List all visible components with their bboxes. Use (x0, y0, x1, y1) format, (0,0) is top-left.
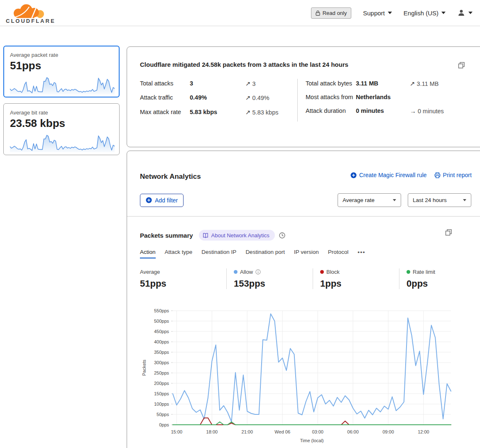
metric-card-bit-rate[interactable]: Average bit rate 23.58 kbps (3, 103, 120, 155)
stat-label: Max attack rate (140, 107, 190, 117)
stat-label: Total attacks (140, 79, 190, 88)
stat-value: 0 minutes (356, 106, 410, 116)
plus-circle-icon (350, 172, 357, 178)
legend-value: 51pps (140, 278, 222, 289)
legend-rate-limit[interactable]: Rate limit 0pps (399, 268, 480, 289)
language-label: English (US) (404, 10, 438, 17)
legend-label: Rate limit (413, 269, 435, 275)
stat-value: 0.49% (190, 93, 245, 102)
stat-delta: 5.83 kbps (252, 109, 279, 116)
account-menu[interactable] (457, 9, 473, 17)
stat-label: Attack traffic (140, 93, 190, 102)
block-series-dot (320, 270, 324, 274)
legend-block[interactable]: Block 1pps (313, 268, 399, 289)
svg-text:Time (local): Time (local) (300, 438, 323, 443)
book-icon (203, 233, 208, 238)
info-icon[interactable] (255, 269, 261, 275)
svg-text:200pps: 200pps (154, 381, 169, 386)
dimension-tabs: Action Attack type Destination IP Destin… (140, 249, 480, 258)
svg-text:21:00: 21:00 (242, 429, 253, 434)
svg-text:Packets: Packets (142, 359, 147, 376)
attack-summary-panel: Cloudflare mitigated 24.58k packets from… (127, 46, 480, 147)
metric-card-packet-rate[interactable]: Average packet rate 51pps (3, 46, 120, 97)
svg-text:12:00: 12:00 (418, 429, 429, 434)
stat-value: 3 (190, 79, 245, 88)
summary-stat-row: Total attacks 3 ↗3 (140, 79, 297, 88)
legend-value: 1pps (320, 278, 395, 289)
metric-dropdown-value: Average rate (343, 197, 375, 203)
trend-flat-icon: → (410, 107, 416, 114)
read-only-label: Read only (323, 10, 347, 16)
about-badge-label: About Network Analytics (211, 232, 269, 239)
brand-wordmark: CLOUDFLARE (6, 18, 56, 24)
legend-label: Block (326, 269, 340, 275)
cloudflare-logo[interactable]: CLOUDFLARE (6, 2, 56, 24)
trend-up-icon: ↗ (245, 80, 251, 87)
svg-text:15:00: 15:00 (171, 429, 183, 434)
stat-label: Attack duration (306, 106, 356, 116)
tab-destination-port[interactable]: Destination port (245, 249, 285, 258)
svg-text:0pps: 0pps (159, 422, 169, 427)
expand-panel-icon[interactable] (445, 229, 452, 238)
stat-delta: 0 minutes (418, 108, 444, 114)
tab-ip-version[interactable]: IP version (294, 249, 319, 258)
chevron-down-icon (463, 199, 466, 201)
attack-summary-title: Cloudflare mitigated 24.58k packets from… (140, 61, 480, 68)
more-tabs-button[interactable]: ••• (358, 249, 365, 255)
clock-icon[interactable] (279, 232, 285, 239)
stat-value: 5.83 kbps (190, 107, 245, 117)
legend-average: Average 51pps (140, 268, 226, 289)
time-dropdown-value: Last 24 hours (413, 197, 447, 203)
bit-rate-sparkline (10, 132, 115, 152)
expand-panel-icon[interactable] (458, 62, 465, 69)
svg-text:18:00: 18:00 (206, 429, 218, 434)
svg-text:06:00: 06:00 (347, 429, 359, 434)
stat-label: Total attack bytes (306, 79, 356, 88)
metric-select-dropdown[interactable]: Average rate (338, 193, 401, 207)
tab-action[interactable]: Action (140, 249, 156, 258)
time-range-dropdown[interactable]: Last 24 hours (408, 193, 471, 207)
svg-text:50pps: 50pps (157, 412, 169, 417)
chevron-down-icon (468, 12, 473, 14)
read-only-badge: Read only (311, 7, 352, 19)
support-menu[interactable]: Support (363, 10, 392, 17)
svg-text:03:00: 03:00 (312, 429, 323, 434)
stat-delta: 3.11 MB (417, 80, 439, 87)
cloudflare-cloud-icon (6, 2, 49, 19)
legend-allow[interactable]: Allow 153pps (226, 268, 313, 289)
chevron-down-icon (441, 12, 446, 14)
svg-text:100pps: 100pps (154, 402, 169, 407)
metric-card-label: Average packet rate (10, 52, 113, 58)
tab-protocol[interactable]: Protocol (328, 249, 349, 258)
summary-stat-row: Attack traffic 0.49% ↗0.49% (140, 93, 297, 102)
tab-attack-type[interactable]: Attack type (165, 249, 193, 258)
create-rule-label: Create Magic Firewall rule (359, 172, 427, 178)
summary-stat-row: Most attacks from Netherlands (306, 93, 480, 102)
trend-up-icon: ↗ (410, 80, 415, 87)
user-icon (457, 9, 465, 17)
stat-delta: 0.49% (252, 95, 269, 101)
tab-destination-ip[interactable]: Destination IP (201, 249, 236, 258)
packets-timeseries-chart[interactable]: 0pps50pps100pps150pps200pps250pps300pps3… (142, 308, 457, 447)
allow-series-dot (234, 270, 238, 274)
legend-label: Allow (240, 269, 253, 275)
svg-text:350pps: 350pps (154, 350, 169, 355)
svg-text:450pps: 450pps (154, 329, 169, 334)
stat-value: 3.11 MB (356, 79, 410, 88)
series-legend: Average 51pps Allow 153pps Block 1pps (140, 268, 480, 289)
network-analytics-title: Network Analytics (140, 173, 201, 181)
legend-value: 0pps (407, 278, 480, 289)
language-menu[interactable]: English (US) (404, 10, 446, 17)
svg-text:250pps: 250pps (154, 370, 169, 375)
print-report-label: Print report (443, 172, 472, 178)
add-filter-button[interactable]: Add filter (140, 194, 184, 207)
print-report-link[interactable]: Print report (434, 172, 472, 178)
metric-card-value: 23.58 kbps (10, 117, 113, 130)
plus-circle-icon (146, 197, 152, 203)
top-header: CLOUDFLARE Read only Support English (US… (0, 0, 480, 26)
stat-delta: 3 (252, 80, 256, 87)
svg-text:500pps: 500pps (154, 319, 169, 324)
create-magic-firewall-rule-link[interactable]: Create Magic Firewall rule (350, 172, 427, 178)
lock-icon (316, 10, 320, 16)
about-network-analytics-badge[interactable]: About Network Analytics (199, 230, 275, 241)
